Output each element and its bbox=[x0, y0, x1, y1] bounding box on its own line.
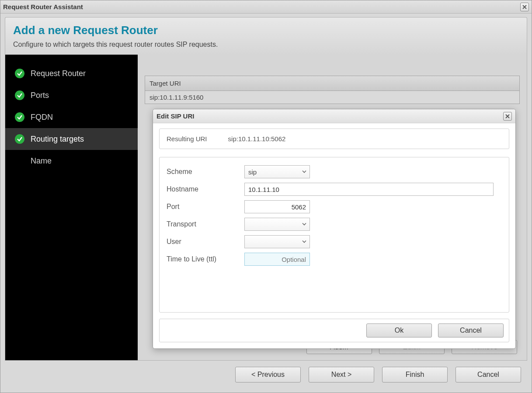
dialog-close-button[interactable] bbox=[503, 112, 512, 121]
target-uri-table: Target URI sip:10.1.11.9:5160 bbox=[145, 76, 520, 104]
hostname-input[interactable] bbox=[244, 183, 494, 196]
previous-button[interactable]: < Previous bbox=[235, 367, 301, 383]
row-scheme: Scheme sip bbox=[167, 165, 502, 178]
dialog-cancel-button[interactable]: Cancel bbox=[438, 323, 504, 337]
user-select[interactable] bbox=[244, 235, 310, 248]
row-port: Port bbox=[167, 200, 502, 213]
step-request-router[interactable]: Request Router bbox=[5, 63, 138, 84]
next-button[interactable]: Next > bbox=[309, 367, 374, 383]
step-label: FQDN bbox=[31, 113, 53, 122]
table-header: Target URI bbox=[145, 76, 519, 91]
transport-label: Transport bbox=[167, 220, 244, 228]
step-fqdn[interactable]: FQDN bbox=[5, 106, 138, 128]
transport-select[interactable] bbox=[244, 218, 310, 231]
port-input[interactable] bbox=[244, 200, 310, 213]
resulting-uri-box: Resulting URI sip:10.1.11.10:5062 bbox=[159, 129, 509, 149]
check-icon bbox=[15, 69, 24, 78]
scheme-value: sip bbox=[248, 168, 257, 176]
port-label: Port bbox=[167, 203, 244, 211]
step-label: Ports bbox=[31, 91, 49, 100]
close-icon bbox=[505, 114, 510, 119]
dialog-body: Resulting URI sip:10.1.11.10:5062 Scheme… bbox=[153, 123, 515, 348]
dialog-titlebar: Edit SIP URI bbox=[153, 109, 515, 123]
wizard-title: Add a new Request Router bbox=[13, 24, 519, 37]
row-transport: Transport bbox=[167, 218, 502, 231]
check-icon bbox=[15, 90, 24, 100]
step-label: Routing targets bbox=[31, 135, 84, 144]
check-icon bbox=[15, 112, 24, 122]
step-ports[interactable]: Ports bbox=[5, 84, 138, 106]
step-routing-targets[interactable]: Routing targets bbox=[5, 128, 138, 150]
wizard-steps: Request Router Ports FQDN Routing target… bbox=[5, 55, 138, 360]
window-titlebar: Request Router Assistant bbox=[0, 0, 532, 14]
scheme-select[interactable]: sip bbox=[244, 165, 310, 178]
wizard-header: Add a new Request Router Configure to wh… bbox=[5, 17, 527, 55]
finish-button[interactable]: Finish bbox=[382, 367, 448, 383]
cancel-button[interactable]: Cancel bbox=[456, 367, 521, 383]
ttl-label: Time to Live (ttl) bbox=[167, 255, 244, 263]
ok-button[interactable]: Ok bbox=[366, 323, 432, 337]
close-icon bbox=[522, 4, 527, 10]
dialog-footer: Ok Cancel bbox=[159, 319, 509, 342]
resulting-uri-label: Resulting URI bbox=[167, 135, 207, 143]
row-hostname: Hostname bbox=[167, 183, 502, 196]
row-ttl: Time to Live (ttl) bbox=[167, 253, 502, 266]
step-name[interactable]: Name bbox=[5, 150, 138, 172]
check-icon bbox=[15, 134, 24, 144]
step-label: Request Router bbox=[31, 69, 86, 78]
dialog-title: Edit SIP URI bbox=[156, 112, 194, 120]
step-label: Name bbox=[31, 157, 52, 166]
wizard-subtitle: Configure to which targets this request … bbox=[13, 41, 519, 49]
chevron-down-icon bbox=[302, 238, 307, 246]
resulting-uri-value: sip:10.1.11.10:5062 bbox=[228, 135, 286, 143]
edit-sip-uri-dialog: Edit SIP URI Resulting URI sip:10.1.11.1… bbox=[153, 109, 516, 349]
assistant-window: Request Router Assistant Add a new Reque… bbox=[0, 0, 532, 393]
wizard-nav: < Previous Next > Finish Cancel bbox=[0, 361, 532, 389]
chevron-down-icon bbox=[302, 168, 307, 176]
form-area: Scheme sip Hostname Port bbox=[159, 157, 509, 313]
scheme-label: Scheme bbox=[167, 168, 244, 176]
ttl-input[interactable] bbox=[244, 253, 310, 266]
hostname-label: Hostname bbox=[167, 185, 244, 193]
window-title: Request Router Assistant bbox=[3, 3, 83, 10]
table-row[interactable]: sip:10.1.11.9:5160 bbox=[145, 91, 519, 104]
window-close-button[interactable] bbox=[520, 3, 529, 11]
chevron-down-icon bbox=[302, 221, 307, 228]
user-label: User bbox=[167, 238, 244, 246]
row-user: User bbox=[167, 235, 502, 248]
